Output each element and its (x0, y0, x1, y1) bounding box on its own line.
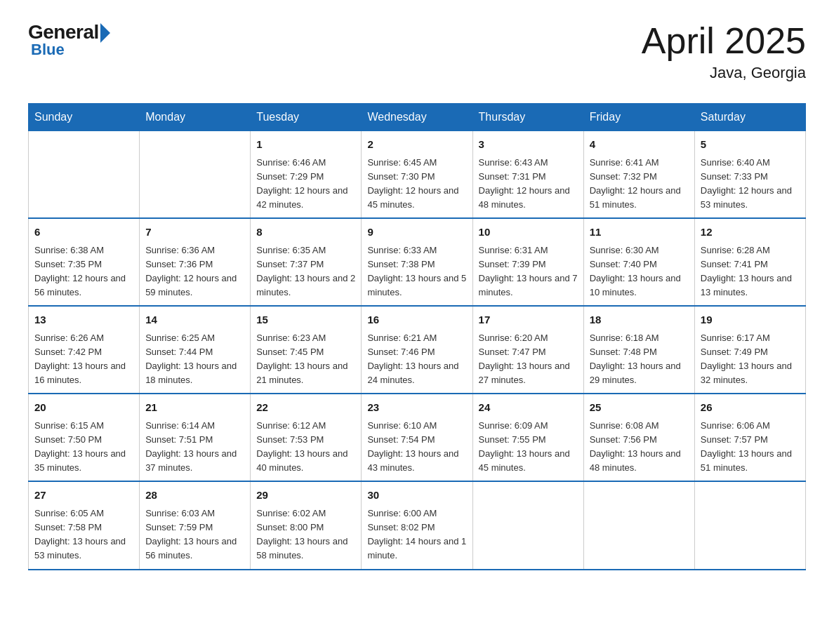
day-number: 29 (256, 488, 355, 504)
day-number: 24 (479, 400, 578, 416)
weekday-header-saturday: Saturday (694, 104, 805, 131)
day-number: 3 (479, 137, 578, 153)
weekday-header-friday: Friday (583, 104, 694, 131)
day-info: Sunrise: 6:02 AMSunset: 8:00 PMDaylight:… (256, 507, 355, 563)
calendar-cell: 24Sunrise: 6:09 AMSunset: 7:55 PMDayligh… (472, 394, 583, 481)
calendar-week-2: 6Sunrise: 6:38 AMSunset: 7:35 PMDaylight… (29, 218, 806, 306)
weekday-header-thursday: Thursday (472, 104, 583, 131)
day-info: Sunrise: 6:46 AMSunset: 7:29 PMDaylight:… (256, 156, 355, 213)
day-number: 2 (367, 137, 466, 153)
day-info: Sunrise: 6:25 AMSunset: 7:44 PMDaylight:… (145, 331, 244, 388)
calendar-cell: 29Sunrise: 6:02 AMSunset: 8:00 PMDayligh… (251, 481, 362, 569)
logo: General Blue (28, 21, 110, 59)
calendar-cell: 12Sunrise: 6:28 AMSunset: 7:41 PMDayligh… (694, 218, 805, 306)
day-number: 17 (479, 312, 578, 328)
calendar-cell: 1Sunrise: 6:46 AMSunset: 7:29 PMDaylight… (251, 131, 362, 219)
calendar-cell: 14Sunrise: 6:25 AMSunset: 7:44 PMDayligh… (140, 306, 251, 394)
calendar-cell: 10Sunrise: 6:31 AMSunset: 7:39 PMDayligh… (472, 218, 583, 306)
weekday-header-sunday: Sunday (29, 104, 140, 131)
calendar-cell: 13Sunrise: 6:26 AMSunset: 7:42 PMDayligh… (29, 306, 140, 394)
day-info: Sunrise: 6:18 AMSunset: 7:48 PMDaylight:… (590, 331, 689, 388)
calendar-subtitle: Java, Georgia (642, 64, 806, 82)
calendar-cell: 21Sunrise: 6:14 AMSunset: 7:51 PMDayligh… (140, 394, 251, 481)
day-info: Sunrise: 6:10 AMSunset: 7:54 PMDaylight:… (367, 419, 466, 476)
calendar-cell: 2Sunrise: 6:45 AMSunset: 7:30 PMDaylight… (362, 131, 472, 219)
title-section: April 2025 Java, Georgia (642, 21, 806, 82)
calendar-cell: 20Sunrise: 6:15 AMSunset: 7:50 PMDayligh… (29, 394, 140, 481)
day-info: Sunrise: 6:38 AMSunset: 7:35 PMDaylight:… (34, 243, 133, 300)
calendar-cell: 28Sunrise: 6:03 AMSunset: 7:59 PMDayligh… (140, 481, 251, 569)
weekday-header-tuesday: Tuesday (251, 104, 362, 131)
day-number: 15 (256, 312, 355, 328)
day-number: 9 (367, 224, 466, 241)
day-number: 20 (34, 400, 133, 416)
day-number: 28 (145, 488, 244, 504)
day-number: 4 (590, 137, 689, 153)
calendar-cell: 6Sunrise: 6:38 AMSunset: 7:35 PMDaylight… (29, 218, 140, 306)
day-info: Sunrise: 6:17 AMSunset: 7:49 PMDaylight:… (701, 331, 800, 388)
calendar-cell: 15Sunrise: 6:23 AMSunset: 7:45 PMDayligh… (251, 306, 362, 394)
day-info: Sunrise: 6:33 AMSunset: 7:38 PMDaylight:… (367, 243, 466, 300)
weekday-header-monday: Monday (140, 104, 251, 131)
day-number: 14 (145, 312, 244, 328)
calendar-cell: 22Sunrise: 6:12 AMSunset: 7:53 PMDayligh… (251, 394, 362, 481)
calendar-cell: 4Sunrise: 6:41 AMSunset: 7:32 PMDaylight… (583, 131, 694, 219)
day-number: 18 (590, 312, 689, 328)
logo-blue-text: Blue (28, 41, 65, 59)
day-info: Sunrise: 6:21 AMSunset: 7:46 PMDaylight:… (367, 331, 466, 388)
day-number: 22 (256, 400, 355, 416)
day-number: 8 (256, 224, 355, 241)
day-number: 1 (256, 137, 355, 153)
day-number: 27 (34, 488, 133, 504)
day-info: Sunrise: 6:28 AMSunset: 7:41 PMDaylight:… (701, 243, 800, 300)
weekday-header-wednesday: Wednesday (362, 104, 472, 131)
calendar-cell (29, 131, 140, 219)
calendar-cell (583, 481, 694, 569)
day-info: Sunrise: 6:06 AMSunset: 7:57 PMDaylight:… (701, 419, 800, 476)
day-info: Sunrise: 6:41 AMSunset: 7:32 PMDaylight:… (590, 156, 689, 213)
day-info: Sunrise: 6:08 AMSunset: 7:56 PMDaylight:… (590, 419, 689, 476)
day-number: 6 (34, 224, 133, 241)
day-number: 7 (145, 224, 244, 241)
calendar-cell: 19Sunrise: 6:17 AMSunset: 7:49 PMDayligh… (694, 306, 805, 394)
calendar-cell: 3Sunrise: 6:43 AMSunset: 7:31 PMDaylight… (472, 131, 583, 219)
calendar-cell: 16Sunrise: 6:21 AMSunset: 7:46 PMDayligh… (362, 306, 472, 394)
day-info: Sunrise: 6:35 AMSunset: 7:37 PMDaylight:… (256, 243, 355, 300)
day-info: Sunrise: 6:36 AMSunset: 7:36 PMDaylight:… (145, 243, 244, 300)
calendar-cell: 26Sunrise: 6:06 AMSunset: 7:57 PMDayligh… (694, 394, 805, 481)
calendar-body: 1Sunrise: 6:46 AMSunset: 7:29 PMDaylight… (29, 131, 806, 570)
day-info: Sunrise: 6:30 AMSunset: 7:40 PMDaylight:… (590, 243, 689, 300)
day-number: 23 (367, 400, 466, 416)
day-info: Sunrise: 6:40 AMSunset: 7:33 PMDaylight:… (701, 156, 800, 213)
day-info: Sunrise: 6:05 AMSunset: 7:58 PMDaylight:… (34, 507, 133, 563)
logo-arrow-icon (100, 23, 110, 43)
day-number: 10 (479, 224, 578, 241)
day-number: 12 (701, 224, 800, 241)
day-number: 30 (367, 488, 466, 504)
day-number: 26 (701, 400, 800, 416)
calendar-table: SundayMondayTuesdayWednesdayThursdayFrid… (28, 103, 806, 570)
day-info: Sunrise: 6:15 AMSunset: 7:50 PMDaylight:… (34, 419, 133, 476)
day-info: Sunrise: 6:14 AMSunset: 7:51 PMDaylight:… (145, 419, 244, 476)
calendar-cell: 7Sunrise: 6:36 AMSunset: 7:36 PMDaylight… (140, 218, 251, 306)
day-info: Sunrise: 6:09 AMSunset: 7:55 PMDaylight:… (479, 419, 578, 476)
day-info: Sunrise: 6:45 AMSunset: 7:30 PMDaylight:… (367, 156, 466, 213)
page-header: General Blue April 2025 Java, Georgia (28, 21, 806, 82)
day-number: 19 (701, 312, 800, 328)
calendar-cell: 5Sunrise: 6:40 AMSunset: 7:33 PMDaylight… (694, 131, 805, 219)
calendar-cell: 25Sunrise: 6:08 AMSunset: 7:56 PMDayligh… (583, 394, 694, 481)
calendar-title: April 2025 (642, 21, 806, 61)
calendar-week-5: 27Sunrise: 6:05 AMSunset: 7:58 PMDayligh… (29, 481, 806, 569)
day-number: 13 (34, 312, 133, 328)
calendar-cell: 27Sunrise: 6:05 AMSunset: 7:58 PMDayligh… (29, 481, 140, 569)
day-info: Sunrise: 6:26 AMSunset: 7:42 PMDaylight:… (34, 331, 133, 388)
calendar-cell (694, 481, 805, 569)
day-info: Sunrise: 6:20 AMSunset: 7:47 PMDaylight:… (479, 331, 578, 388)
calendar-cell (140, 131, 251, 219)
day-number: 11 (590, 224, 689, 241)
calendar-cell: 30Sunrise: 6:00 AMSunset: 8:02 PMDayligh… (362, 481, 472, 569)
calendar-cell: 8Sunrise: 6:35 AMSunset: 7:37 PMDaylight… (251, 218, 362, 306)
day-number: 16 (367, 312, 466, 328)
calendar-cell: 17Sunrise: 6:20 AMSunset: 7:47 PMDayligh… (472, 306, 583, 394)
day-info: Sunrise: 6:23 AMSunset: 7:45 PMDaylight:… (256, 331, 355, 388)
